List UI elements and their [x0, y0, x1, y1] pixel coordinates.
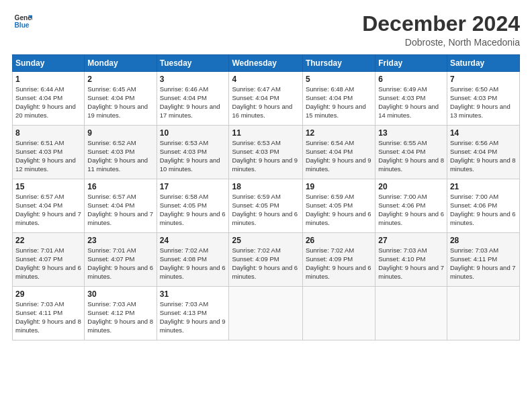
calendar-table: Sunday Monday Tuesday Wednesday Thursday…	[12, 54, 520, 340]
day-info: Sunrise: 6:46 AM Sunset: 4:04 PM Dayligh…	[160, 85, 226, 120]
col-saturday: Saturday	[447, 55, 519, 72]
table-row: 26 Sunrise: 7:02 AM Sunset: 4:09 PM Dayl…	[302, 233, 375, 287]
col-friday: Friday	[375, 55, 447, 72]
day-number: 30	[87, 289, 153, 299]
calendar-week-row: 1 Sunrise: 6:44 AM Sunset: 4:04 PM Dayli…	[13, 72, 520, 126]
day-info: Sunrise: 7:03 AM Sunset: 4:13 PM Dayligh…	[160, 300, 226, 334]
col-tuesday: Tuesday	[157, 55, 229, 72]
table-row: 22 Sunrise: 7:01 AM Sunset: 4:07 PM Dayl…	[13, 233, 85, 287]
day-info: Sunrise: 6:50 AM Sunset: 4:03 PM Dayligh…	[450, 85, 517, 120]
day-info: Sunrise: 6:58 AM Sunset: 4:05 PM Dayligh…	[160, 193, 226, 227]
table-row	[229, 287, 302, 340]
calendar-week-row: 15 Sunrise: 6:57 AM Sunset: 4:04 PM Dayl…	[13, 179, 520, 233]
day-info: Sunrise: 7:03 AM Sunset: 4:11 PM Dayligh…	[450, 246, 517, 281]
day-info: Sunrise: 6:49 AM Sunset: 4:03 PM Dayligh…	[378, 85, 444, 120]
day-number: 19	[306, 182, 372, 191]
day-info: Sunrise: 6:53 AM Sunset: 4:03 PM Dayligh…	[160, 139, 226, 173]
table-row: 3 Sunrise: 6:46 AM Sunset: 4:04 PM Dayli…	[157, 72, 229, 126]
table-row: 15 Sunrise: 6:57 AM Sunset: 4:04 PM Dayl…	[13, 179, 85, 233]
page: General Blue December 2024 Dobroste, Nor…	[0, 0, 532, 411]
day-number: 20	[378, 182, 444, 191]
day-info: Sunrise: 6:59 AM Sunset: 4:05 PM Dayligh…	[306, 193, 372, 227]
col-monday: Monday	[85, 55, 157, 72]
day-number: 15	[15, 182, 81, 191]
day-info: Sunrise: 6:45 AM Sunset: 4:04 PM Dayligh…	[87, 85, 153, 120]
table-row: 31 Sunrise: 7:03 AM Sunset: 4:13 PM Dayl…	[157, 287, 229, 340]
day-info: Sunrise: 6:48 AM Sunset: 4:04 PM Dayligh…	[306, 85, 372, 120]
day-number: 8	[15, 128, 81, 138]
col-sunday: Sunday	[13, 55, 85, 72]
day-info: Sunrise: 6:47 AM Sunset: 4:04 PM Dayligh…	[232, 85, 299, 120]
day-number: 21	[450, 182, 517, 191]
day-info: Sunrise: 7:00 AM Sunset: 4:06 PM Dayligh…	[450, 193, 517, 227]
day-info: Sunrise: 6:52 AM Sunset: 4:03 PM Dayligh…	[87, 139, 153, 173]
table-row	[302, 287, 375, 340]
day-info: Sunrise: 7:00 AM Sunset: 4:06 PM Dayligh…	[378, 193, 444, 227]
day-number: 24	[160, 236, 226, 245]
day-number: 16	[87, 182, 153, 191]
table-row: 8 Sunrise: 6:51 AM Sunset: 4:03 PM Dayli…	[13, 126, 85, 179]
day-number: 6	[378, 75, 444, 84]
day-number: 17	[160, 182, 226, 191]
table-row: 9 Sunrise: 6:52 AM Sunset: 4:03 PM Dayli…	[85, 126, 157, 179]
day-number: 14	[450, 128, 517, 138]
day-number: 1	[15, 75, 81, 84]
table-row: 13 Sunrise: 6:55 AM Sunset: 4:04 PM Dayl…	[375, 126, 447, 179]
calendar-header-row: Sunday Monday Tuesday Wednesday Thursday…	[13, 55, 520, 72]
table-row: 16 Sunrise: 6:57 AM Sunset: 4:04 PM Dayl…	[85, 179, 157, 233]
table-row	[375, 287, 447, 340]
day-number: 9	[87, 128, 153, 138]
header: General Blue December 2024 Dobroste, Nor…	[12, 12, 520, 48]
table-row	[447, 287, 519, 340]
day-info: Sunrise: 6:57 AM Sunset: 4:04 PM Dayligh…	[15, 193, 81, 227]
day-info: Sunrise: 6:51 AM Sunset: 4:03 PM Dayligh…	[15, 139, 81, 173]
day-number: 22	[15, 236, 81, 245]
day-info: Sunrise: 6:59 AM Sunset: 4:05 PM Dayligh…	[232, 193, 299, 227]
day-number: 25	[232, 236, 299, 245]
col-thursday: Thursday	[302, 55, 375, 72]
table-row: 11 Sunrise: 6:53 AM Sunset: 4:03 PM Dayl…	[229, 126, 302, 179]
day-number: 3	[160, 75, 226, 84]
day-number: 18	[232, 182, 299, 191]
day-info: Sunrise: 6:44 AM Sunset: 4:04 PM Dayligh…	[15, 85, 81, 120]
day-number: 2	[87, 75, 153, 84]
subtitle: Dobroste, North Macedonia	[362, 37, 520, 48]
table-row: 2 Sunrise: 6:45 AM Sunset: 4:04 PM Dayli…	[85, 72, 157, 126]
day-info: Sunrise: 6:53 AM Sunset: 4:03 PM Dayligh…	[232, 139, 299, 173]
calendar-week-row: 22 Sunrise: 7:01 AM Sunset: 4:07 PM Dayl…	[13, 233, 520, 287]
table-row: 25 Sunrise: 7:02 AM Sunset: 4:09 PM Dayl…	[229, 233, 302, 287]
month-title: December 2024	[362, 12, 520, 36]
table-row: 21 Sunrise: 7:00 AM Sunset: 4:06 PM Dayl…	[447, 179, 519, 233]
day-number: 10	[160, 128, 226, 138]
table-row: 17 Sunrise: 6:58 AM Sunset: 4:05 PM Dayl…	[157, 179, 229, 233]
day-number: 4	[232, 75, 299, 84]
calendar-week-row: 8 Sunrise: 6:51 AM Sunset: 4:03 PM Dayli…	[13, 126, 520, 179]
calendar-week-row: 29 Sunrise: 7:03 AM Sunset: 4:11 PM Dayl…	[13, 287, 520, 340]
logo-icon: General Blue	[13, 12, 32, 31]
table-row: 28 Sunrise: 7:03 AM Sunset: 4:11 PM Dayl…	[447, 233, 519, 287]
day-info: Sunrise: 7:02 AM Sunset: 4:09 PM Dayligh…	[232, 246, 299, 281]
table-row: 24 Sunrise: 7:02 AM Sunset: 4:08 PM Dayl…	[157, 233, 229, 287]
col-wednesday: Wednesday	[229, 55, 302, 72]
table-row: 4 Sunrise: 6:47 AM Sunset: 4:04 PM Dayli…	[229, 72, 302, 126]
table-row: 12 Sunrise: 6:54 AM Sunset: 4:04 PM Dayl…	[302, 126, 375, 179]
table-row: 1 Sunrise: 6:44 AM Sunset: 4:04 PM Dayli…	[13, 72, 85, 126]
day-info: Sunrise: 6:56 AM Sunset: 4:04 PM Dayligh…	[450, 139, 517, 173]
table-row: 29 Sunrise: 7:03 AM Sunset: 4:11 PM Dayl…	[13, 287, 85, 340]
title-block: December 2024 Dobroste, North Macedonia	[362, 12, 520, 48]
table-row: 30 Sunrise: 7:03 AM Sunset: 4:12 PM Dayl…	[85, 287, 157, 340]
day-number: 28	[450, 236, 517, 245]
day-number: 31	[160, 289, 226, 299]
day-info: Sunrise: 7:03 AM Sunset: 4:12 PM Dayligh…	[87, 300, 153, 334]
table-row: 23 Sunrise: 7:01 AM Sunset: 4:07 PM Dayl…	[85, 233, 157, 287]
day-number: 12	[306, 128, 372, 138]
day-number: 5	[306, 75, 372, 84]
day-number: 13	[378, 128, 444, 138]
day-number: 26	[306, 236, 372, 245]
table-row: 6 Sunrise: 6:49 AM Sunset: 4:03 PM Dayli…	[375, 72, 447, 126]
day-info: Sunrise: 7:03 AM Sunset: 4:10 PM Dayligh…	[378, 246, 444, 281]
day-info: Sunrise: 6:54 AM Sunset: 4:04 PM Dayligh…	[306, 139, 372, 173]
svg-text:Blue: Blue	[15, 21, 30, 29]
day-info: Sunrise: 6:55 AM Sunset: 4:04 PM Dayligh…	[378, 139, 444, 173]
table-row: 7 Sunrise: 6:50 AM Sunset: 4:03 PM Dayli…	[447, 72, 519, 126]
